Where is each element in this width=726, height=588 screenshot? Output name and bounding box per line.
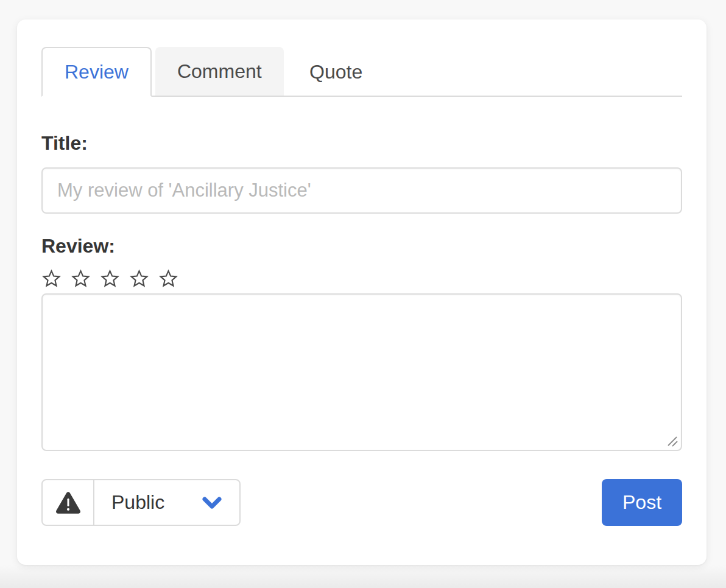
star-outline-icon[interactable] (41, 268, 62, 290)
rating-stars (41, 268, 682, 290)
review-textarea-wrap (41, 293, 682, 451)
title-label: Title: (41, 133, 682, 153)
form-controls-row: Public Post (41, 479, 682, 526)
page-bottom-shade (0, 565, 726, 588)
review-label: Review: (41, 236, 682, 256)
tab-comment[interactable]: Comment (155, 47, 284, 97)
privacy-select[interactable]: Public (94, 480, 239, 525)
star-outline-icon[interactable] (71, 268, 91, 290)
content-warning-button[interactable] (43, 480, 94, 525)
tab-quote[interactable]: Quote (287, 47, 385, 97)
star-outline-icon[interactable] (158, 268, 178, 290)
post-form-card: Review Comment Quote Title: Review: (17, 19, 707, 565)
star-outline-icon[interactable] (100, 268, 120, 290)
review-textarea[interactable] (41, 293, 682, 451)
privacy-group: Public (41, 479, 241, 526)
tab-review[interactable]: Review (41, 47, 152, 97)
chevron-down-icon (202, 495, 222, 510)
privacy-selected-value: Public (111, 491, 164, 514)
warning-triangle-icon (56, 492, 80, 514)
star-outline-icon[interactable] (129, 268, 149, 290)
title-input[interactable] (41, 167, 682, 214)
post-button[interactable]: Post (602, 479, 682, 526)
post-type-tabs: Review Comment Quote (41, 47, 682, 97)
